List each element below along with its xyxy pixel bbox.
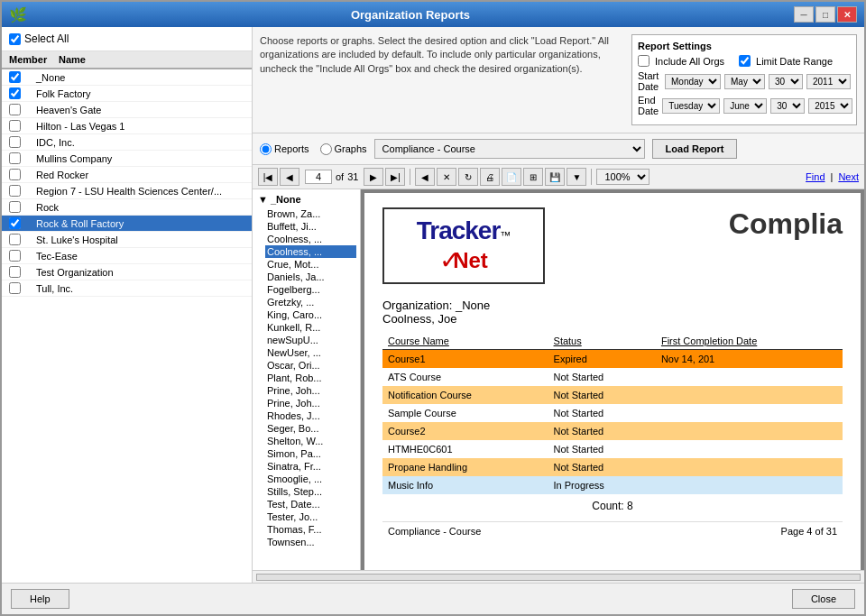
tree-item[interactable]: Kunkell, R... xyxy=(265,321,356,334)
reports-radio-label[interactable]: Reports xyxy=(260,143,309,155)
member-checkbox[interactable] xyxy=(9,104,21,115)
tree-item[interactable]: Brown, Za... xyxy=(265,207,356,220)
tree-item[interactable]: NewUser, ... xyxy=(265,346,356,359)
member-row[interactable]: Region 7 - LSU Health Sciences Center/..… xyxy=(2,183,252,199)
tree-item[interactable]: Gretzky, ... xyxy=(265,296,356,308)
tree-item[interactable]: Sinatra, Fr... xyxy=(265,460,356,473)
limit-date-range-checkbox[interactable] xyxy=(739,55,751,67)
end-day-select[interactable]: Tuesday xyxy=(662,98,720,114)
tree-item[interactable]: Coolness, ... xyxy=(265,245,356,258)
member-checkbox[interactable] xyxy=(9,282,21,294)
tree-item[interactable]: Coolness, ... xyxy=(265,233,356,245)
toggle-button[interactable]: ⊞ xyxy=(523,168,543,186)
last-page-button[interactable]: ▶| xyxy=(385,168,405,186)
tree-item[interactable]: Thomas, F... xyxy=(265,523,356,536)
member-checkbox[interactable] xyxy=(9,217,21,229)
maximize-button[interactable]: □ xyxy=(815,6,835,23)
tree-item[interactable]: Simon, Pa... xyxy=(265,447,356,460)
top-area: Choose reports or graphs. Select the des… xyxy=(253,27,864,133)
member-checkbox[interactable] xyxy=(9,250,21,262)
member-row[interactable]: Tull, Inc. xyxy=(2,280,252,297)
member-checkbox[interactable] xyxy=(9,234,21,245)
member-checkbox[interactable] xyxy=(9,152,21,164)
next-page-button[interactable]: ▶ xyxy=(364,168,383,186)
footer-left: Compliance - Course xyxy=(388,526,481,537)
back-button[interactable]: ◀ xyxy=(415,168,435,186)
zoom-select[interactable]: 100% 75% 125% 150% xyxy=(596,169,650,185)
tree-item[interactable]: Buffett, Ji... xyxy=(265,220,356,233)
tree-item[interactable]: Townsen... xyxy=(265,536,356,548)
more-button[interactable]: ▼ xyxy=(567,168,586,186)
member-row[interactable]: Mullins Company xyxy=(2,151,252,167)
report-page: Tracker ™ ✓ Net Complia xyxy=(364,193,861,570)
member-row[interactable]: Rock & Roll Factory xyxy=(2,216,252,232)
tree-item[interactable]: Crue, Mot... xyxy=(265,258,356,271)
tree-root-item[interactable]: ▼ _None xyxy=(256,193,356,206)
member-checkbox[interactable] xyxy=(9,136,21,148)
export-button[interactable]: 💾 xyxy=(545,168,565,186)
member-checkbox[interactable] xyxy=(9,169,21,180)
load-report-button[interactable]: Load Report xyxy=(652,139,738,159)
member-row[interactable]: _None xyxy=(2,69,252,86)
next-link[interactable]: Next xyxy=(838,171,859,182)
reports-radio[interactable] xyxy=(260,143,272,155)
member-checkbox[interactable] xyxy=(9,266,21,278)
member-row[interactable]: Folk Factory xyxy=(2,86,252,102)
member-row[interactable]: Red Rocker xyxy=(2,167,252,183)
tree-item[interactable]: Fogelberg... xyxy=(265,283,356,296)
tree-item[interactable]: Seger, Bo... xyxy=(265,422,356,435)
member-row[interactable]: Test Organization xyxy=(2,264,252,280)
member-row[interactable]: Hilton - Las Vegas 1 xyxy=(2,118,252,134)
member-row[interactable]: Rock xyxy=(2,199,252,216)
select-all-checkbox[interactable] xyxy=(9,33,21,45)
start-day-select[interactable]: Monday xyxy=(665,74,721,89)
tree-item[interactable]: King, Caro... xyxy=(265,308,356,321)
tree-item[interactable]: newSupU... xyxy=(265,334,356,346)
graphs-radio[interactable] xyxy=(320,143,332,155)
tree-item[interactable]: Tester, Jo... xyxy=(265,510,356,523)
report-select[interactable]: Compliance - Course Compliance - Employe… xyxy=(374,139,645,159)
member-row[interactable]: Tec-Ease xyxy=(2,248,252,264)
window-close-button[interactable]: ✕ xyxy=(837,6,857,23)
refresh-button[interactable]: ↻ xyxy=(458,168,478,186)
start-daynum-select[interactable]: 30 xyxy=(769,74,803,89)
start-month-select[interactable]: May xyxy=(724,74,765,89)
tree-item[interactable]: Stills, Step... xyxy=(265,485,356,498)
tree-item[interactable]: Test, Date... xyxy=(265,498,356,510)
member-checkbox[interactable] xyxy=(9,201,21,213)
tree-item[interactable]: Prine, Joh... xyxy=(265,384,356,397)
tree-item[interactable]: Prine, Joh... xyxy=(265,397,356,409)
main-area: Select All Member Name _None Folk Factor… xyxy=(2,27,864,583)
end-month-select[interactable]: June xyxy=(723,98,767,114)
include-all-orgs-checkbox[interactable] xyxy=(638,55,650,67)
tree-item[interactable]: Rhodes, J... xyxy=(265,409,356,422)
find-link[interactable]: Find xyxy=(806,171,825,182)
member-checkbox[interactable] xyxy=(9,87,21,99)
close-button[interactable]: Close xyxy=(792,589,855,609)
help-button[interactable]: Help xyxy=(11,589,69,609)
minimize-button[interactable]: ─ xyxy=(794,6,814,23)
end-daynum-select[interactable]: 30 xyxy=(770,98,805,114)
member-checkbox-cell xyxy=(9,87,36,99)
page-number-input[interactable] xyxy=(305,170,332,184)
member-checkbox[interactable] xyxy=(9,71,21,83)
stop-button[interactable]: ✕ xyxy=(437,168,456,186)
print-button[interactable]: 🖨 xyxy=(480,168,500,186)
tree-item[interactable]: Plant, Rob... xyxy=(265,372,356,384)
h-scroll-area[interactable] xyxy=(253,570,864,583)
graphs-radio-label[interactable]: Graphs xyxy=(320,143,367,155)
tree-item[interactable]: Shelton, W... xyxy=(265,435,356,447)
tree-item[interactable]: Oscar, Ori... xyxy=(265,359,356,372)
end-year-select[interactable]: 2015 xyxy=(808,98,852,114)
print-layout-button[interactable]: 📄 xyxy=(502,168,521,186)
member-row[interactable]: Heaven's Gate xyxy=(2,102,252,118)
first-page-button[interactable]: |◀ xyxy=(258,168,278,186)
tree-item[interactable]: Smooglie, ... xyxy=(265,473,356,485)
member-checkbox[interactable] xyxy=(9,185,21,197)
start-year-select[interactable]: 2011 xyxy=(806,74,851,89)
member-row[interactable]: St. Luke's Hospital xyxy=(2,232,252,248)
prev-page-button[interactable]: ◀ xyxy=(280,168,299,186)
member-row[interactable]: IDC, Inc. xyxy=(2,134,252,151)
member-checkbox[interactable] xyxy=(9,120,21,132)
tree-item[interactable]: Daniels, Ja... xyxy=(265,271,356,283)
